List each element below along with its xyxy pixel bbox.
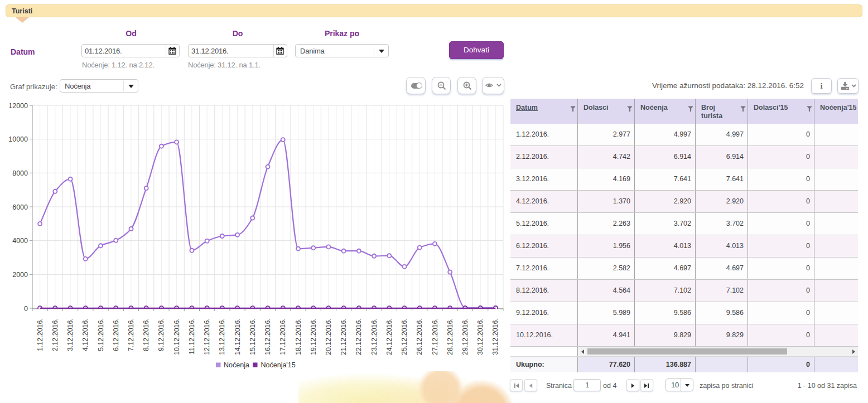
svg-text:7.12.2016.: 7.12.2016. [127, 318, 135, 351]
svg-text:6.12.2016.: 6.12.2016. [112, 318, 120, 351]
svg-text:9.12.2016.: 9.12.2016. [157, 318, 165, 351]
svg-text:4000: 4000 [12, 237, 28, 245]
svg-text:14.12.2016.: 14.12.2016. [234, 318, 242, 355]
svg-text:8.12.2016.: 8.12.2016. [142, 318, 150, 351]
svg-text:18.12.2016.: 18.12.2016. [295, 318, 302, 355]
svg-text:22.12.2016.: 22.12.2016. [355, 318, 363, 355]
svg-text:24.12.2016.: 24.12.2016. [385, 318, 393, 355]
svg-text:29.12.2016.: 29.12.2016. [461, 318, 469, 355]
svg-text:30.12.2016.: 30.12.2016. [476, 318, 484, 355]
svg-text:28.12.2016.: 28.12.2016. [446, 318, 454, 355]
svg-text:17.12.2016.: 17.12.2016. [279, 318, 287, 355]
svg-text:13.12.2016.: 13.12.2016. [218, 318, 226, 355]
svg-text:5.12.2016.: 5.12.2016. [97, 318, 105, 351]
svg-text:12000: 12000 [8, 102, 28, 110]
svg-text:3.12.2016.: 3.12.2016. [66, 318, 74, 351]
svg-text:0: 0 [24, 305, 28, 313]
svg-text:19.12.2016.: 19.12.2016. [310, 318, 317, 355]
svg-text:25.12.2016.: 25.12.2016. [401, 318, 408, 355]
svg-text:20.12.2016.: 20.12.2016. [325, 318, 332, 355]
svg-text:8000: 8000 [12, 169, 28, 177]
svg-text:Noćenja: Noćenja [224, 361, 249, 369]
svg-text:2000: 2000 [12, 271, 28, 279]
svg-text:16.12.2016.: 16.12.2016. [264, 318, 272, 355]
svg-text:26.12.2016.: 26.12.2016. [416, 318, 423, 355]
svg-text:27.12.2016.: 27.12.2016. [431, 318, 439, 355]
svg-text:21.12.2016.: 21.12.2016. [340, 318, 348, 355]
svg-text:6000: 6000 [12, 203, 28, 211]
svg-text:10000: 10000 [8, 135, 28, 143]
svg-text:2.12.2016.: 2.12.2016. [51, 318, 59, 351]
svg-text:11.12.2016.: 11.12.2016. [188, 318, 196, 355]
svg-text:1.12.2016.: 1.12.2016. [36, 318, 44, 351]
svg-text:15.12.2016.: 15.12.2016. [249, 318, 257, 355]
svg-text:23.12.2016.: 23.12.2016. [370, 318, 378, 355]
svg-text:12.12.2016.: 12.12.2016. [203, 318, 211, 355]
svg-text:Noćenja'15: Noćenja'15 [261, 361, 296, 369]
svg-text:10.12.2016.: 10.12.2016. [173, 318, 181, 355]
svg-text:4.12.2016.: 4.12.2016. [81, 318, 89, 351]
svg-text:31.12.2016.: 31.12.2016. [491, 318, 499, 355]
